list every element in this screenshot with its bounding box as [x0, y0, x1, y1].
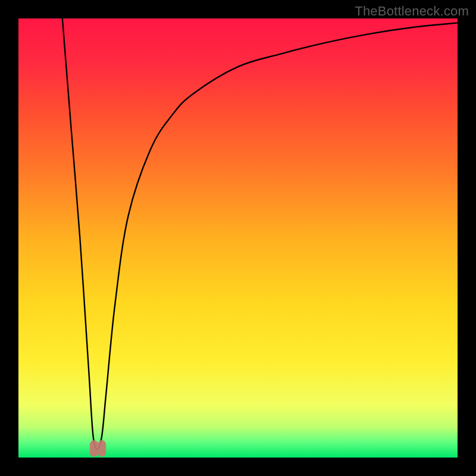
- chart-frame: TheBottleneck.com: [0, 0, 476, 476]
- plot-area: [18, 18, 458, 458]
- svg-rect-0: [18, 18, 458, 458]
- watermark-label: TheBottleneck.com: [355, 4, 469, 19]
- background-gradient: [18, 18, 458, 458]
